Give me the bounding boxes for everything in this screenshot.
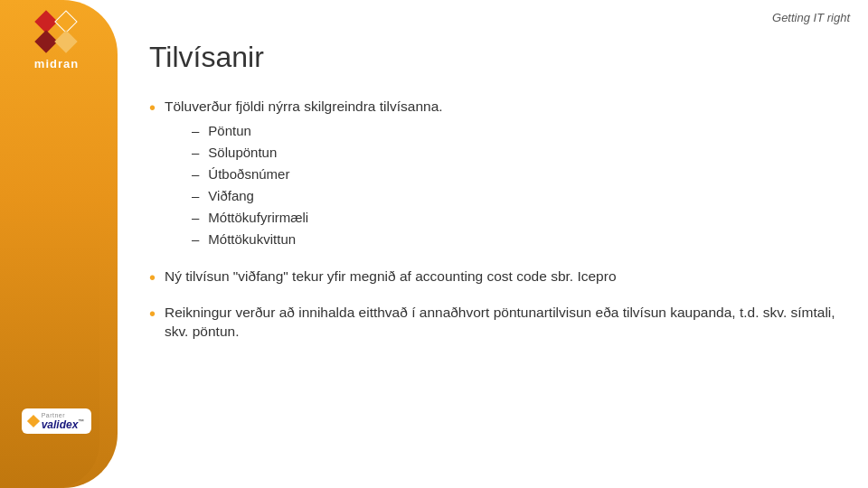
bullet-dot-2: • (149, 265, 156, 290)
validex-text-wrapper: Partner validex™ (42, 412, 85, 430)
sub-dash-1: – (192, 120, 199, 142)
validex-diamond-icon (27, 415, 40, 427)
sub-item-4: – Viðfang (192, 185, 841, 207)
sub-item-5: – Móttökufyrirmæli (192, 207, 841, 229)
bullet-text-1: Töluverður fjöldi nýrra skilgreindra til… (165, 97, 841, 254)
sub-dash-5: – (192, 207, 199, 229)
sub-item-2: – Sölupöntun (192, 142, 841, 164)
bullet-text-2: Ný tilvísun "viðfang" tekur yfir megnið … (165, 267, 841, 286)
bullet-text-3: Reikningur verður að innihalda eitthvað … (165, 303, 841, 342)
validex-prefix: Partner (42, 412, 85, 418)
sub-dash-3: – (192, 164, 199, 185)
sub-dash-2: – (192, 142, 199, 164)
diamond-grid (38, 14, 76, 52)
sub-dash-4: – (192, 185, 199, 207)
sub-dash-6: – (192, 229, 199, 250)
diamond-light-orange (54, 30, 77, 52)
bullet-item-1: • Töluverður fjöldi nýrra skilgreindra t… (149, 97, 841, 254)
page-title: Tilvísanir (149, 41, 841, 74)
bullet-dot-3: • (149, 301, 156, 326)
main-content: Tilvísanir • Töluverður fjöldi nýrra ski… (131, 0, 868, 488)
bullet-item-3: • Reikningur verður að innihalda eitthva… (149, 303, 841, 342)
sub-item-3: – Útboðsnúmer (192, 164, 841, 185)
sub-item-1: – Pöntun (192, 120, 841, 142)
bullet-dot-1: • (149, 95, 156, 120)
sub-list-1: – Pöntun – Sölupöntun – Útboðsnúmer – Vi… (192, 120, 841, 250)
left-panel: midran Partner validex™ (0, 0, 118, 488)
validex-brand-text: validex™ (42, 418, 85, 430)
bullet-section-3: • Reikningur verður að innihalda eitthva… (149, 303, 841, 342)
logo-area: midran (9, 14, 104, 74)
bullet-item-2: • Ný tilvísun "viðfang" tekur yfir megni… (149, 267, 841, 290)
bullet-section-1: • Töluverður fjöldi nýrra skilgreindra t… (149, 97, 841, 254)
midran-logo: midran (34, 14, 79, 70)
validex-area: Partner validex™ (9, 408, 104, 434)
bullet-section-2: • Ný tilvísun "viðfang" tekur yfir megni… (149, 267, 841, 290)
midran-text: midran (34, 57, 79, 70)
sub-item-6: – Móttökukvittun (192, 229, 841, 250)
validex-box: Partner validex™ (22, 408, 92, 434)
